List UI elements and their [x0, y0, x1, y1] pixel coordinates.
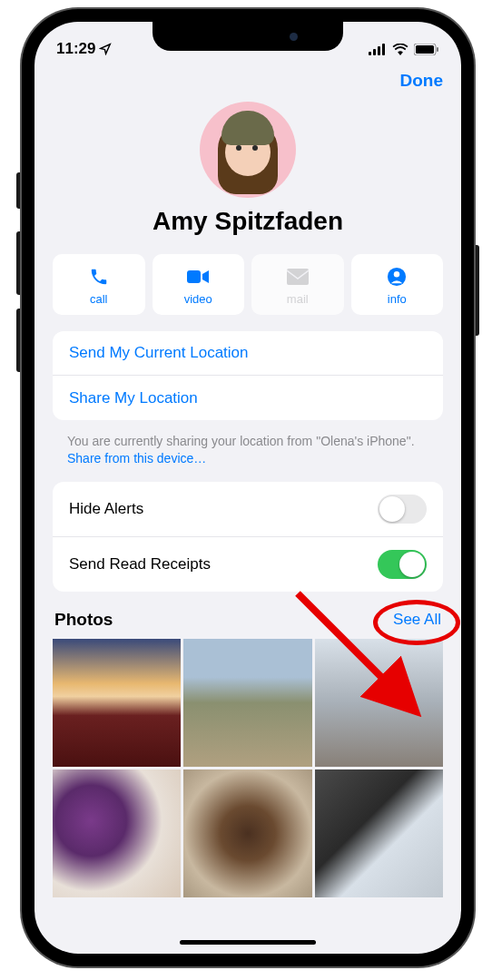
screen: 11:29	[34, 22, 461, 954]
location-footer-note: You are currently sharing your location …	[34, 433, 461, 482]
svg-rect-6	[437, 47, 438, 52]
send-current-location-button[interactable]: Send My Current Location	[53, 331, 443, 376]
video-label: video	[153, 292, 245, 306]
battery-icon	[414, 44, 439, 55]
info-label: info	[351, 292, 444, 306]
info-button[interactable]: info	[351, 254, 444, 315]
video-icon	[153, 265, 245, 289]
location-group: Send My Current Location Share My Locati…	[53, 331, 443, 420]
cellular-icon	[369, 44, 387, 55]
svg-rect-2	[378, 46, 380, 55]
photo-thumb[interactable]	[53, 769, 181, 897]
envelope-icon	[251, 265, 344, 289]
read-receipts-toggle[interactable]	[378, 550, 427, 579]
mail-button: mail	[251, 254, 344, 315]
svg-rect-0	[369, 52, 371, 55]
svg-rect-1	[373, 49, 376, 55]
hide-alerts-row: Hide Alerts	[53, 482, 443, 537]
photo-thumb[interactable]	[315, 639, 443, 767]
svg-rect-3	[382, 44, 385, 55]
mail-label: mail	[251, 292, 344, 306]
location-footer-text: You are currently sharing your location …	[67, 434, 415, 448]
status-time: 11:29	[56, 40, 95, 58]
share-from-device-link[interactable]: Share from this device…	[67, 451, 206, 466]
photo-grid	[34, 639, 461, 898]
call-button[interactable]: call	[53, 254, 145, 315]
hide-alerts-label: Hide Alerts	[69, 500, 143, 518]
svg-rect-7	[187, 270, 201, 283]
call-label: call	[53, 292, 145, 306]
photo-thumb[interactable]	[183, 769, 311, 897]
svg-rect-8	[287, 269, 309, 285]
home-indicator[interactable]	[180, 940, 316, 945]
read-receipts-row: Send Read Receipts	[53, 537, 443, 592]
hide-alerts-toggle[interactable]	[378, 495, 427, 524]
svg-rect-5	[416, 45, 434, 54]
share-my-location-button[interactable]: Share My Location	[53, 376, 443, 420]
location-arrow-icon	[99, 43, 112, 55]
avatar[interactable]	[200, 102, 296, 198]
photos-title: Photos	[54, 610, 113, 630]
see-all-button[interactable]: See All	[393, 611, 441, 629]
read-receipts-label: Send Read Receipts	[69, 555, 211, 573]
action-row: call video mail info	[34, 254, 461, 331]
done-button[interactable]: Done	[400, 71, 444, 91]
photos-header: Photos See All	[34, 604, 461, 639]
phone-icon	[53, 265, 145, 289]
phone-frame: 11:29	[22, 9, 474, 966]
photo-thumb[interactable]	[53, 639, 181, 767]
settings-group: Hide Alerts Send Read Receipts	[53, 482, 443, 592]
wifi-icon	[392, 44, 408, 55]
contact-header: Amy Spitzfaden	[34, 93, 461, 254]
video-button[interactable]: video	[153, 254, 245, 315]
svg-point-10	[394, 271, 399, 277]
photo-thumb[interactable]	[315, 769, 443, 897]
photo-thumb[interactable]	[183, 639, 311, 767]
nav-bar: Done	[34, 65, 461, 93]
person-icon	[351, 265, 444, 289]
contact-name: Amy Spitzfaden	[53, 207, 443, 236]
notch	[153, 22, 343, 51]
